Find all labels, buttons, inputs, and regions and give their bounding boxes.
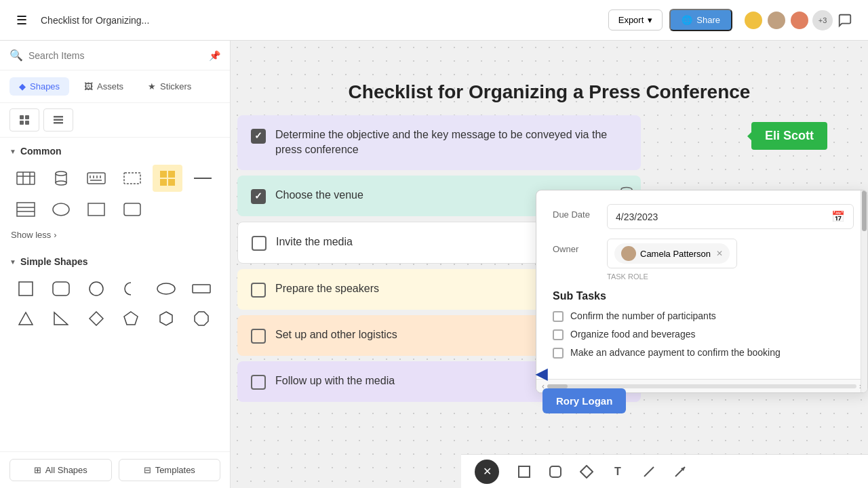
checkbox-5[interactable] xyxy=(251,329,266,344)
share-button[interactable]: 🌐 Share xyxy=(669,9,732,31)
vertical-scrollbar-thumb[interactable] xyxy=(862,190,867,231)
ss-square[interactable] xyxy=(11,275,41,302)
svg-rect-30 xyxy=(124,203,140,216)
subtask-item-1[interactable]: Confirm the number of participants xyxy=(553,310,854,322)
line-tool-button[interactable] xyxy=(637,460,660,483)
shape-divider[interactable] xyxy=(188,165,218,192)
rounded-rect-tool-button[interactable] xyxy=(544,460,567,483)
all-shapes-button[interactable]: ⊞ All Shapes xyxy=(9,459,112,481)
tab-assets[interactable]: 🖼 Assets xyxy=(75,77,133,96)
vertical-scrollbar[interactable] xyxy=(861,190,867,392)
ss-hexagon[interactable] xyxy=(151,305,181,332)
due-date-label: Due Date xyxy=(553,204,607,220)
owner-tag[interactable]: Camela Patterson ✕ xyxy=(614,243,730,264)
subtask-checkbox-3[interactable] xyxy=(553,348,564,359)
avatar-group: +3 xyxy=(743,10,833,30)
view-toggle-list[interactable] xyxy=(43,108,73,131)
simple-shapes-label: Simple Shapes xyxy=(20,256,88,267)
search-bar: 🔍 📌 xyxy=(0,41,230,70)
ss-rounded-rect[interactable] xyxy=(46,275,76,302)
sidebar-tabs: ◆ Shapes 🖼 Assets ★ Stickers xyxy=(0,70,230,103)
ss-circle[interactable] xyxy=(81,275,111,302)
avatar-3 xyxy=(789,10,810,30)
text-tool-button[interactable]: T xyxy=(606,460,629,483)
all-shapes-icon: ⊞ xyxy=(34,465,41,475)
simple-shapes-section: ▼ Simple Shapes xyxy=(0,248,230,335)
checklist-item-1[interactable]: Determine the objective and the key mess… xyxy=(237,115,641,170)
shape-table2[interactable] xyxy=(11,196,41,223)
comment-icon[interactable] xyxy=(833,8,857,33)
shapes-icon: ◆ xyxy=(19,81,26,92)
calendar-icon[interactable]: 📅 xyxy=(831,210,845,223)
hamburger-icon: ☰ xyxy=(16,13,27,28)
rory-logan-badge: Rory Logan xyxy=(542,388,626,413)
subtask-checkbox-2[interactable] xyxy=(553,329,564,340)
view-toggle-grid[interactable] xyxy=(9,108,39,131)
shape-keyboard[interactable] xyxy=(81,165,111,192)
eli-scott-name: Eli Scott xyxy=(765,129,814,142)
ss-crescent[interactable] xyxy=(116,275,146,302)
checkbox-6[interactable] xyxy=(251,375,266,390)
canvas-area[interactable]: Checklist for Organizing a Press Confere… xyxy=(231,41,868,488)
common-section-title[interactable]: ▼ Common xyxy=(9,146,220,157)
subtask-checkbox-1[interactable] xyxy=(553,311,564,322)
sidebar: 🔍 📌 ◆ Shapes 🖼 Assets ★ Stickers xyxy=(0,41,231,488)
document-title: Checklist for Organizing... xyxy=(41,15,608,26)
ss-pentagon[interactable] xyxy=(116,305,146,332)
globe-icon: 🌐 xyxy=(682,15,692,25)
avatar-2 xyxy=(766,10,787,30)
bottom-toolbar: ✕ T xyxy=(461,454,868,488)
horizontal-scrollbar-thumb[interactable] xyxy=(547,384,568,388)
simple-shapes-title[interactable]: ▼ Simple Shapes xyxy=(9,256,220,267)
svg-marker-41 xyxy=(195,312,208,325)
svg-point-33 xyxy=(90,282,103,296)
simple-shapes-grid xyxy=(9,275,220,332)
subtask-item-2[interactable]: Organize food and beverages xyxy=(553,329,854,340)
search-input[interactable] xyxy=(28,50,203,61)
rory-logan-name: Rory Logan xyxy=(556,395,612,407)
shape-rect-outline[interactable] xyxy=(81,196,111,223)
detail-panel: Due Date 4/23/2023 📅 Owner Camela Patter… xyxy=(536,190,868,393)
arrow-tool-button[interactable] xyxy=(669,460,692,483)
remove-owner-button[interactable]: ✕ xyxy=(716,249,723,258)
ss-diamond[interactable] xyxy=(81,305,111,332)
pin-icon[interactable]: 📌 xyxy=(209,50,220,61)
shape-cylinder[interactable] xyxy=(46,165,76,192)
ss-right-triangle[interactable] xyxy=(46,305,76,332)
canvas-title: Checklist for Organizing a Press Confere… xyxy=(349,81,751,103)
ss-octagon[interactable] xyxy=(186,305,216,332)
subtasks-section: Sub Tasks Confirm the number of particip… xyxy=(553,290,854,359)
due-date-value-box[interactable]: 4/23/2023 📅 xyxy=(607,204,854,229)
diamond-shape-button[interactable] xyxy=(575,460,598,483)
shape-grid-filled[interactable] xyxy=(153,165,182,192)
close-button[interactable]: ✕ xyxy=(475,460,499,484)
rect-tool-button[interactable] xyxy=(513,460,536,483)
task-role-spacer xyxy=(553,271,607,281)
shape-dashed-rect[interactable] xyxy=(117,165,147,192)
templates-button[interactable]: ⊟ Templates xyxy=(119,459,221,481)
menu-icon[interactable]: ☰ xyxy=(11,9,33,31)
shape-table[interactable] xyxy=(11,165,41,192)
svg-marker-40 xyxy=(160,312,172,325)
show-less-button[interactable]: Show less › xyxy=(9,227,220,245)
checkbox-1[interactable] xyxy=(251,129,266,144)
export-button[interactable]: Export ▾ xyxy=(608,9,663,30)
subtask-item-3[interactable]: Make an advance payment to confirm the b… xyxy=(553,347,854,359)
svg-point-12 xyxy=(56,181,66,185)
horizontal-scrollbar-track[interactable] xyxy=(547,384,856,388)
ss-triangle[interactable] xyxy=(11,305,41,332)
checkbox-4[interactable] xyxy=(251,283,266,298)
svg-rect-1 xyxy=(25,115,29,119)
tab-shapes[interactable]: ◆ Shapes xyxy=(9,77,69,96)
ss-rect-wide[interactable] xyxy=(186,275,216,302)
checklist-text-4: Prepare the speakers xyxy=(275,281,379,296)
shape-ellipse[interactable] xyxy=(46,196,76,223)
common-collapse-arrow: ▼ xyxy=(9,148,16,155)
checkbox-3[interactable] xyxy=(252,236,267,251)
ss-oval[interactable] xyxy=(151,275,181,302)
shape-rect2[interactable] xyxy=(117,196,147,223)
svg-rect-35 xyxy=(193,285,210,293)
owner-value-box[interactable]: Camela Patterson ✕ xyxy=(607,239,737,268)
checkbox-2[interactable] xyxy=(251,189,266,204)
tab-stickers[interactable]: ★ Stickers xyxy=(138,77,201,96)
